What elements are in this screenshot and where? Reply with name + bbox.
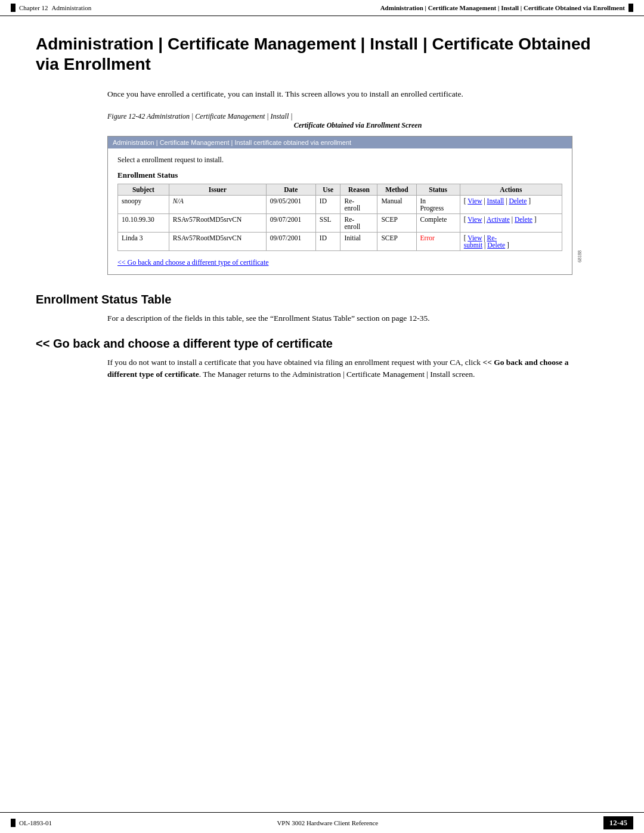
cell-issuer-3: RSAv57RootMD5srvCN [169,233,266,251]
figure-caption: Figure 12-42 Administration | Certificat… [107,112,608,130]
table-row: Linda 3 RSAv57RootMD5srvCN 09/07/2001 ID… [118,233,562,251]
footer-bar-icon [11,819,16,827]
action-install-1[interactable]: Install [487,197,504,205]
cell-date-3: 09/07/2001 [266,233,315,251]
footer: OL-1893-01 VPN 3002 Hardware Client Refe… [0,812,644,833]
cell-status-2: Complete [416,214,460,233]
go-back-text-after: . The Manager returns to the Administrat… [199,370,475,379]
action-delete-2[interactable]: Delete [515,216,532,223]
cell-date-1: 09/05/2001 [266,196,315,214]
top-bar-left: Chapter 12 Administration [11,4,91,12]
table-row: 10.10.99.30 RSAv57RootMD5srvCN 09/07/200… [118,214,562,233]
action-activate-2[interactable]: Activate [487,216,510,223]
top-bar: Chapter 12 Administration Administration… [0,0,644,16]
cell-use-2: SSL [315,214,340,233]
top-bar-right-text: Administration | Certificate Management … [380,4,625,11]
top-bar-right-icon [628,4,633,12]
enrollment-status-label: Enrollment Status [117,171,562,180]
col-header-issuer: Issuer [169,184,266,196]
intro-text: Once you have enrolled a certificate, yo… [107,88,572,100]
enrollment-table: Subject Issuer Date Use Reason Method St… [117,184,562,251]
cell-actions-3: [ View | Re-submit | Delete ] [460,233,562,251]
footer-center: VPN 3002 Hardware Client Reference [277,819,378,826]
cell-status-1: InProgress [416,196,460,214]
col-header-actions: Actions [460,184,562,196]
col-header-use: Use [315,184,340,196]
cell-use-3: ID [315,233,340,251]
footer-left: OL-1893-01 [11,819,52,827]
cell-method-3: SCEP [377,233,416,251]
col-header-method: Method [377,184,416,196]
cell-method-1: Manual [377,196,416,214]
figure-caption-line2: Certificate Obtained via Enrollment Scre… [107,121,608,130]
cell-reason-1: Re-enroll [340,196,377,214]
screenshot-header: Administration | Certificate Management … [108,137,572,148]
cell-use-1: ID [315,196,340,214]
col-header-reason: Reason [340,184,377,196]
cell-subject-2: 10.10.99.30 [118,214,169,233]
col-header-status: Status [416,184,460,196]
enrollment-status-text: For a description of the fields in this … [107,312,572,324]
footer-page-number: 12-45 [603,816,633,829]
go-back-section-text: If you do not want to install a certific… [107,357,572,381]
cell-actions-2: [ View | Activate | Delete ] [460,214,562,233]
col-header-subject: Subject [118,184,169,196]
go-back-section-heading: << Go back and choose a different type o… [36,337,608,351]
action-view-1[interactable]: View [467,197,482,205]
top-bar-chapter: Chapter 12 [19,4,48,11]
top-bar-icon [11,4,16,12]
table-header-row: Subject Issuer Date Use Reason Method St… [118,184,562,196]
select-text: Select a enrollment request to install. [117,156,562,165]
cell-status-3: Error [416,233,460,251]
cell-reason-2: Re-enroll [340,214,377,233]
figure-caption-line1: Figure 12-42 Administration | Certificat… [107,112,293,120]
screenshot-box: Administration | Certificate Management … [107,136,572,275]
action-view-2[interactable]: View [467,216,482,223]
top-bar-right: Administration | Certificate Management … [380,4,633,12]
footer-left-label: OL-1893-01 [19,819,52,826]
cell-method-2: SCEP [377,214,416,233]
cell-actions-1: [ View | Install | Delete ] [460,196,562,214]
cell-date-2: 09/07/2001 [266,214,315,233]
main-content: Administration | Certificate Management … [0,16,644,428]
action-view-3[interactable]: View [467,234,482,241]
page-title: Administration | Certificate Management … [36,34,608,74]
col-header-date: Date [266,184,315,196]
enrollment-status-heading: Enrollment Status Table [36,293,608,306]
cell-reason-3: Initial [340,233,377,251]
cell-subject-1: snoopy [118,196,169,214]
cell-subject-3: Linda 3 [118,233,169,251]
screenshot-body: Select a enrollment request to install. … [108,148,572,274]
action-delete-1[interactable]: Delete [509,197,527,205]
top-bar-section: Administration [52,4,92,11]
table-row: snoopy N/A 09/05/2001 ID Re-enroll Manua… [118,196,562,214]
cell-issuer-2: RSAv57RootMD5srvCN [169,214,266,233]
status-error-3: Error [420,234,435,241]
action-delete-3[interactable]: Delete [487,241,505,249]
cell-issuer-1: N/A [169,196,266,214]
screenshot-side-number: 68188 [577,250,583,262]
go-back-text-before: If you do not want to install a certific… [107,358,482,367]
go-back-link-screenshot[interactable]: << Go back and choose a different type o… [117,258,269,267]
